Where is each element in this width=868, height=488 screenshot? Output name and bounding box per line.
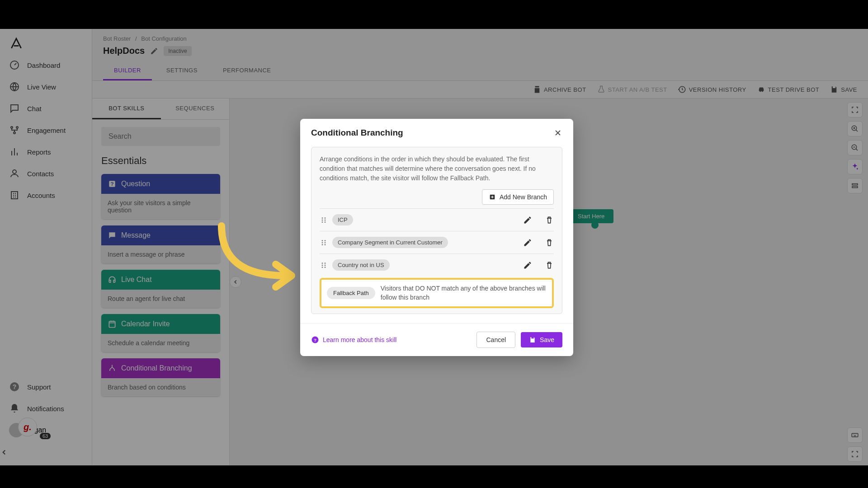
delete-icon[interactable] <box>545 238 554 247</box>
close-icon[interactable] <box>553 128 562 137</box>
learn-more-link[interactable]: ? Learn more about this skill <box>311 336 396 344</box>
svg-point-31 <box>325 263 326 264</box>
modal-title: Conditional Branching <box>311 128 403 138</box>
delete-icon[interactable] <box>545 261 554 270</box>
svg-point-25 <box>325 240 326 241</box>
save-button[interactable]: Save <box>521 332 562 347</box>
svg-point-20 <box>322 219 323 221</box>
svg-point-29 <box>325 244 326 245</box>
branch-chip: ICP <box>332 214 353 225</box>
save-icon <box>529 336 536 343</box>
drag-handle-icon[interactable] <box>320 261 328 269</box>
branch-chip: Country not in US <box>332 259 390 271</box>
cancel-button[interactable]: Cancel <box>476 332 515 348</box>
svg-point-21 <box>325 219 326 221</box>
branch-row: Country not in US <box>320 253 554 276</box>
help-icon: ? <box>311 336 319 344</box>
fallback-text: Visitors that DO NOT match any of the ab… <box>381 284 547 302</box>
edit-icon[interactable] <box>523 216 532 225</box>
svg-point-26 <box>322 242 323 243</box>
svg-point-23 <box>325 221 326 223</box>
branch-row: Company Segment in Current Customer <box>320 231 554 253</box>
svg-point-35 <box>325 267 326 268</box>
modal-description: Arrange conditions in the order in which… <box>320 155 554 183</box>
arrow-annotation <box>212 221 303 303</box>
add-branch-button[interactable]: Add New Branch <box>482 189 554 205</box>
fallback-chip: Fallback Path <box>327 287 375 299</box>
plus-icon <box>489 193 496 201</box>
svg-point-22 <box>322 221 323 223</box>
branch-row: ICP <box>320 208 554 231</box>
svg-point-32 <box>322 264 323 266</box>
svg-point-18 <box>322 217 323 219</box>
drag-handle-icon[interactable] <box>320 216 328 224</box>
fallback-path-box: Fallback Path Visitors that DO NOT match… <box>320 278 554 308</box>
branch-chip: Company Segment in Current Customer <box>332 237 448 248</box>
svg-point-19 <box>325 217 326 219</box>
delete-icon[interactable] <box>545 216 554 225</box>
svg-point-34 <box>322 267 323 268</box>
svg-text:?: ? <box>314 338 316 343</box>
svg-point-28 <box>322 244 323 245</box>
edit-icon[interactable] <box>523 238 532 247</box>
svg-point-30 <box>322 263 323 264</box>
svg-point-33 <box>325 264 326 266</box>
edit-icon[interactable] <box>523 261 532 270</box>
svg-point-27 <box>325 242 326 243</box>
svg-point-24 <box>322 240 323 241</box>
drag-handle-icon[interactable] <box>320 239 328 247</box>
conditional-branching-modal: Conditional Branching Arrange conditions… <box>300 119 573 356</box>
